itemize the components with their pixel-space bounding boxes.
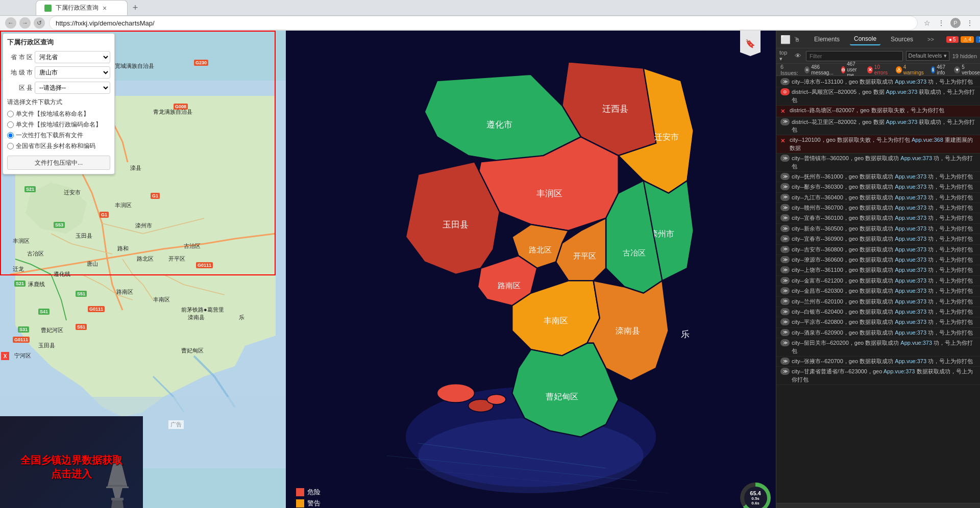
- tab-more[interactable]: >>: [923, 34, 938, 44]
- control-panel: 下属行政区查询 省 市 区 河北省 地 级 市 唐山市: [3, 33, 115, 174]
- log-entry: ≫ city--普情镇市--360200，geo 数据获取成功 App.vue:…: [776, 154, 980, 172]
- log-entry: ≫ city--上饶市--361100，geo 数据获取成功 App.vue:3…: [776, 265, 980, 275]
- radio-by-name[interactable]: [7, 111, 14, 117]
- warning-count-badge: ⚠4: [961, 36, 974, 43]
- road-marker-s51-2: S51: [76, 324, 87, 330]
- bookmark-icon[interactable]: ☆: [922, 18, 932, 28]
- bottom-tab-network[interactable]: Network: [919, 505, 945, 509]
- svg-text:遵化市: 遵化市: [486, 120, 512, 130]
- province-select[interactable]: 河北省: [35, 51, 110, 63]
- issue-badge-messages[interactable]: ≡ 486 messag...: [804, 64, 835, 75]
- devtools-dock-icon[interactable]: ⬜: [780, 34, 791, 44]
- road-marker-s21-left: S21: [24, 186, 36, 192]
- log-entry: ≫ city--酒泉市--620900，geo 数据获取成功 App.vue:3…: [776, 328, 980, 338]
- log-levels-selector[interactable]: Default levels ▾: [906, 51, 949, 61]
- log-counter: ≫: [780, 266, 790, 273]
- radio-national-label: 全国省市区县乡村名称和编码: [16, 142, 95, 150]
- back-btn[interactable]: ←: [5, 17, 16, 29]
- bottom-tab-issues[interactable]: Issues: [891, 505, 913, 509]
- legend-item-danger: 危险: [296, 488, 321, 497]
- tab-close-btn[interactable]: ×: [103, 4, 107, 12]
- address-bar[interactable]: [49, 16, 918, 30]
- devtools-inspect-icon[interactable]: 🖱: [792, 34, 802, 44]
- echart-map-container: 迁西县 遵化市 迁安市 丰润区 滦州市 玉田县: [286, 31, 776, 508]
- info-count-badge: 1: [976, 36, 980, 43]
- district-label: 区 县: [7, 84, 33, 92]
- log-entry: ≫ city--金昌市--620300，geo 数据获取成功 App.vue:3…: [776, 286, 980, 296]
- console-log-area[interactable]: ≫ city--漳水市--131100，geo 数据获取成功 App.vue:3…: [776, 76, 980, 503]
- log-entry: ≫ city--白银市--620400，geo 数据获取成功 App.vue:3…: [776, 307, 980, 317]
- active-tab[interactable]: 下属行政区查询 ×: [36, 0, 128, 15]
- radio-all-files[interactable]: [7, 132, 14, 139]
- tab-elements[interactable]: Elements: [810, 34, 844, 45]
- log-entry: ≫ city--吉安市--360800，geo 数据获取成功 App.vue:3…: [776, 245, 980, 255]
- bottom-tab-search[interactable]: Search: [861, 505, 885, 509]
- svg-point-41: [487, 394, 506, 404]
- top-context-selector[interactable]: top ▾: [779, 51, 790, 61]
- issue-badge-errors[interactable]: ✕ 10 errors: [867, 64, 889, 75]
- road-marker-g0111-3: G0111: [196, 262, 213, 268]
- svg-text:滦南县: 滦南县: [616, 326, 640, 335]
- devtools-sub-toolbar: top ▾ 👁 Default levels ▾ 19 hidden: [776, 48, 980, 64]
- ad-line2: 点击进入: [20, 467, 122, 481]
- bookmark-ribbon: 🔖: [740, 31, 761, 56]
- menu-icon[interactable]: ⋮: [965, 18, 975, 28]
- left-map-panel: G048 G008 G230 S21 S53 G1 G1 S21 S41 S31…: [0, 31, 286, 508]
- log-text: city--漳水市--131100，geo 数据获取成功 App.vue:373…: [792, 78, 976, 86]
- extensions-icon[interactable]: ⋮: [936, 18, 946, 28]
- bottom-tab-whatsnew[interactable]: What's New ×: [813, 505, 855, 509]
- log-counter: ≫: [780, 256, 790, 263]
- city-select[interactable]: 唐山市: [35, 66, 110, 79]
- download-btn[interactable]: 文件打包压缩中...: [7, 156, 110, 170]
- log-counter: ≫: [780, 298, 790, 305]
- issue-badge-verbose[interactable]: ▼ 5 verbose: [954, 64, 980, 75]
- console-filter-input[interactable]: [806, 51, 903, 61]
- log-counter: ≫: [780, 78, 790, 85]
- svg-text:丰润区: 丰润区: [536, 189, 562, 198]
- bottom-tab-console[interactable]: Console: [780, 505, 807, 509]
- profile-icon[interactable]: P: [950, 18, 961, 28]
- log-entry: ≫ city--赣州市--360700，geo 数据获取成功 App.vue:3…: [776, 203, 980, 213]
- error-icon2: ✕: [780, 137, 788, 145]
- log-entry: ≫ city--潦源市--360600，geo 数据获取成功 App.vue:3…: [776, 255, 980, 265]
- log-counter: ≫: [780, 173, 790, 180]
- svg-text:路南区: 路南区: [498, 282, 521, 290]
- log-entry: ≫ city--兰州市--620100，geo 数据获取成功 App.vue:3…: [776, 297, 980, 307]
- district-select[interactable]: --请选择--: [35, 82, 110, 94]
- new-tab-btn[interactable]: +: [128, 0, 143, 15]
- svg-text:开平区: 开平区: [573, 252, 596, 260]
- forward-btn[interactable]: →: [19, 17, 31, 29]
- road-marker-s53: S53: [54, 222, 65, 228]
- radio-by-code-label: 单文件【按地域行政编码命名】: [16, 120, 102, 129]
- log-counter: ≫: [780, 358, 790, 365]
- error-count-badge: ●5: [946, 36, 959, 43]
- devtools-toolbar: ⬜ 🖱 Elements Console Sources >> ●5: [776, 31, 980, 48]
- log-counter: ≫: [780, 246, 790, 253]
- legend-label-warning: 警告: [307, 499, 321, 508]
- log-entry: ≫ city--抚州市--361000，geo 数据获取成功 App.vue:3…: [776, 172, 980, 182]
- issue-badge-warnings[interactable]: ⚠ 4 warnings: [896, 64, 925, 75]
- echart-map-svg: 迁西县 遵化市 迁安市 丰润区 滦州市 玉田县: [286, 31, 776, 508]
- svg-rect-9: [106, 487, 129, 488]
- legend-item-warning: 警告: [296, 499, 321, 508]
- devtools-panel: ⬜ 🖱 Elements Console Sources >> ●5: [776, 31, 980, 508]
- log-counter: ≫: [780, 318, 790, 325]
- close-ad-btn[interactable]: X: [1, 352, 9, 360]
- devtools-bottom-bar: Console What's New × Search Issues Netwo…: [776, 503, 980, 508]
- tab-sources[interactable]: Sources: [887, 34, 917, 45]
- log-entry-error2: ✕ city--120100，geo 数据获取失败，号上为你打包 App.vue…: [776, 135, 980, 154]
- radio-national[interactable]: [7, 143, 14, 149]
- province-label: 省 市 区: [7, 53, 33, 62]
- ad-banner[interactable]: 全国乡镇边界数据获取 点击进入: [0, 416, 143, 508]
- eye-icon[interactable]: 👁: [793, 51, 803, 61]
- log-entry: ≫ city--张掖市--620700，geo 数据获取成功 App.vue:3…: [776, 357, 980, 367]
- log-counter: ≫: [780, 214, 790, 221]
- tab-console[interactable]: Console: [850, 33, 880, 45]
- radio-by-code[interactable]: [7, 121, 14, 128]
- issue-badge-info[interactable]: ℹ 467 info: [931, 64, 948, 75]
- svg-text:迁安市: 迁安市: [654, 133, 679, 141]
- log-entry: ≫ city--鄱乡市--360300，geo 数据获取成功 App.vue:3…: [776, 182, 980, 192]
- speed-percent: 65.4: [750, 490, 761, 496]
- refresh-btn[interactable]: ↺: [34, 17, 45, 29]
- city-label: 地 级 市: [7, 68, 33, 77]
